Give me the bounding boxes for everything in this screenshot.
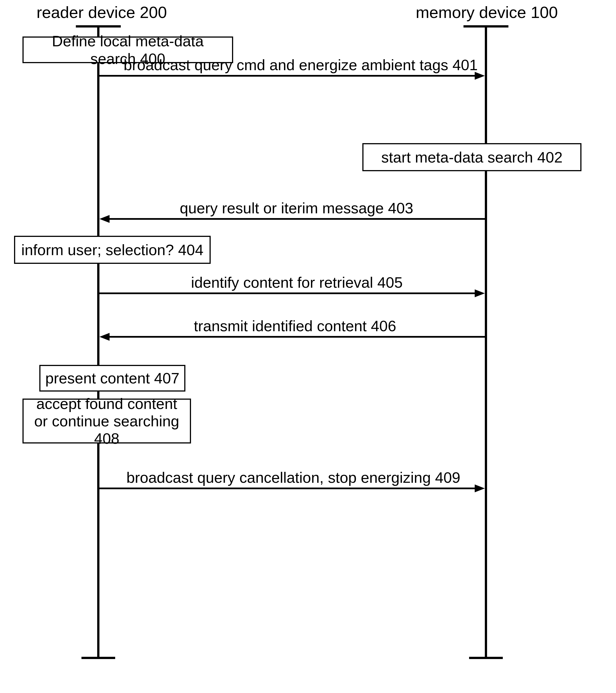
svg-marker-3 — [99, 215, 110, 223]
label-406: transmit identified content 406 — [194, 317, 396, 335]
memory-lifeline-foot — [469, 657, 503, 659]
label-405: identify content for retrieval 405 — [191, 274, 403, 291]
label-401: broadcast query cmd and energize ambient… — [123, 56, 478, 74]
box-404-inform-user: inform user; selection? 404 — [14, 236, 211, 264]
svg-marker-7 — [99, 333, 110, 341]
svg-marker-9 — [475, 484, 485, 492]
sequence-diagram: reader device 200 memory device 100 Defi… — [0, 0, 616, 693]
box-408-accept-or-continue: accept found content or continue searchi… — [22, 399, 191, 443]
label-403: query result or iterim message 403 — [180, 199, 413, 217]
box-407-present-content: present content 407 — [39, 365, 186, 392]
participant-reader-label: reader device 200 — [37, 3, 167, 22]
label-409: broadcast query cancellation, stop energ… — [127, 469, 460, 486]
svg-marker-5 — [475, 290, 485, 297]
reader-lifeline-foot — [81, 657, 115, 659]
box-402-start-search: start meta-data search 402 — [362, 143, 581, 171]
participant-memory-label: memory device 100 — [416, 3, 558, 22]
